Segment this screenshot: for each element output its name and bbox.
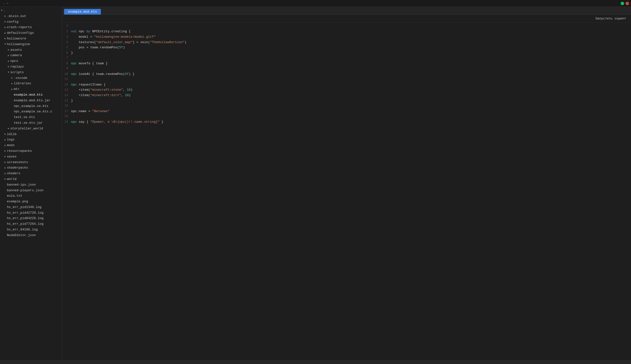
file-tree-sidebar[interactable]: ▼.▶.mixin.out▶config▶crash-reports▶defau… [0, 7, 62, 360]
sidebar-item-example-mod-kts[interactable]: example.mod.kts [0, 92, 62, 98]
sidebar-item-mods[interactable]: ▶mods [0, 143, 62, 148]
line-content: npc.name = "Виталик" [71, 109, 631, 114]
sidebar-item-example-png[interactable]: example.png [0, 199, 62, 204]
tree-arrow-icon: ▶ [4, 26, 7, 30]
token-plain: npc.name = [71, 110, 92, 113]
run-script-button[interactable]: Запустить скрипт [593, 16, 628, 21]
token-num: 5f [125, 72, 129, 76]
sidebar-item-world[interactable]: ▶world [0, 176, 62, 182]
sidebar-item-shaders[interactable]: ▶shaders [0, 171, 62, 176]
token-str: "Привет, я \$\{npc()!!.name.string}" [90, 120, 160, 124]
sidebar-item-banned-ips[interactable]: banned-ips.json [0, 182, 62, 188]
line-content: +item("minecraft:stone", 10) [71, 87, 631, 92]
tree-arrow-icon: ▶ [4, 20, 7, 24]
sidebar-item-example-mod-kts-jar[interactable]: example.mod.kts.jar [0, 98, 62, 104]
line-content: npc say { "Привет, я \$\{npc()!!.name.st… [71, 119, 631, 124]
tree-arrow-icon: ▶ [10, 76, 14, 80]
tree-arrow-icon: ▶ [7, 48, 10, 52]
sidebar-item-scripts[interactable]: ▼scripts [0, 70, 62, 76]
code-editor[interactable]: 12val npc by NPCEntity.creating {3 model… [62, 23, 631, 360]
sidebar-item-nodeeditor[interactable]: NodeEditor.json [0, 233, 62, 238]
window-controls [621, 2, 629, 5]
sidebar-item-mtr[interactable]: ▶mtr [0, 86, 62, 92]
sidebar-item-eula[interactable]: eula.txt [0, 193, 62, 199]
token-str: "hollowengine:models/model.gltf" [94, 35, 156, 39]
line-number: 7 [62, 56, 71, 61]
sidebar-item-defaultconfigs[interactable]: ▶defaultconfigs [0, 30, 62, 36]
top-bar-label: . — [3, 2, 9, 5]
tree-item-label: screenshots [7, 160, 28, 165]
line-number: 14 [62, 93, 71, 98]
code-line: 19npc say { "Привет, я \$\{npc()!!.name.… [62, 119, 631, 125]
sidebar-item-hs-err-1348[interactable]: hs_err_pid1348.log [0, 204, 62, 210]
sidebar-item-hs-err-42720[interactable]: hs_err_pid42720.log [0, 210, 62, 216]
line-number: 8 [62, 61, 71, 66]
code-line: 9 [62, 66, 631, 72]
tree-arrow-icon: ▼ [4, 42, 7, 46]
token-kw-npc: npc [71, 62, 77, 65]
close-button[interactable] [625, 2, 629, 5]
sidebar-item-assets[interactable]: ▶assets [0, 47, 62, 53]
tree-arrow-icon: ▶ [7, 60, 10, 63]
line-number: 4 [62, 40, 71, 45]
sidebar-item-logs[interactable]: ▶logs [0, 137, 62, 143]
line-number: 10 [62, 72, 71, 77]
token-plain: } [71, 99, 73, 102]
code-line: 4 textures["default_color_map"] = skin("… [62, 40, 631, 45]
sidebar-item-hollowengine[interactable]: ▼hollowengine [0, 42, 62, 47]
sidebar-item-crash-reports[interactable]: ▶crash-reports [0, 25, 62, 30]
sidebar-item-test-se-kts[interactable]: test.se.kts [0, 114, 62, 120]
maximize-button[interactable] [621, 2, 624, 5]
line-number: 17 [62, 109, 71, 114]
sidebar-item-npc-example-se-kts[interactable]: npc_example.se.kts [0, 104, 62, 109]
sidebar-item-shaderpacks[interactable]: ▶shaderpacks [0, 165, 62, 171]
tab-example-mod-kts[interactable]: example.mod.kts [64, 9, 101, 14]
main-layout: ▼.▶.mixin.out▶config▶crash-reports▶defau… [0, 7, 631, 360]
token-num: 5f [119, 46, 123, 49]
tree-arrow-icon: ▼ [0, 9, 4, 12]
sidebar-item-npc-example-se-kts-c[interactable]: npc_example.se.kts.c [0, 109, 62, 114]
line-number: 6 [62, 51, 71, 56]
line-content: npc requestItems { [71, 82, 631, 87]
line-number: 5 [62, 45, 71, 50]
tree-item-label: . [4, 8, 6, 13]
code-line: 11 [62, 77, 631, 82]
sidebar-item-replays[interactable]: ▶replays [0, 64, 62, 70]
tree-item-label: shaderpacks [7, 165, 28, 170]
token-plain: ) [123, 46, 125, 49]
sidebar-item-test-se-kts-jar[interactable]: test.se.kts.jar [0, 120, 62, 126]
sidebar-item-root[interactable]: ▼. [0, 8, 62, 14]
sidebar-item-mixin-out[interactable]: ▶.mixin.out [0, 14, 62, 19]
sidebar-item-config[interactable]: ▶config [0, 19, 62, 25]
sidebar-item-hs-err-64228[interactable]: hs_err_pid64228.log [0, 216, 62, 221]
tab-bar: example.mod.kts [62, 7, 631, 15]
sidebar-item-camera[interactable]: ▶camera [0, 53, 62, 58]
line-content: textures["default_color_map"] = skin("Th… [71, 40, 631, 45]
sidebar-item-hs-err-77264[interactable]: hs_err_pid77264.log [0, 221, 62, 227]
sidebar-item-npcs[interactable]: ▶npcs [0, 58, 62, 64]
line-content: val npc by NPCEntity.creating { [71, 29, 631, 34]
sidebar-item-ldlib[interactable]: ▶ldlib [0, 132, 62, 137]
tree-arrow-icon: ▶ [10, 82, 14, 86]
tree-item-label: hs_err_pid1348.log [7, 205, 42, 210]
sidebar-item-libraries[interactable]: ▶libraries [0, 81, 62, 86]
sidebar-item-banned-players[interactable]: banned-players.json [0, 188, 62, 194]
bottom-scrollbar[interactable] [0, 360, 631, 364]
sidebar-item-hollowcore[interactable]: ▶hollowcore [0, 36, 62, 42]
code-line: 7 [62, 56, 631, 61]
tree-item-label: .vscode [14, 76, 27, 81]
token-plain: } [71, 51, 73, 55]
sidebar-item-storyteller-world[interactable]: ▶storyteller_world [0, 126, 62, 132]
token-kw: val [71, 30, 77, 33]
sidebar-item-resourcepacks[interactable]: ▶resourcepacks [0, 148, 62, 154]
tree-arrow-icon: ▶ [4, 172, 7, 176]
tree-item-label: hs_err_84196.log [7, 227, 38, 232]
sidebar-item-vscode[interactable]: ▶.vscode [0, 76, 62, 81]
sidebar-item-saves[interactable]: ▶saves [0, 154, 62, 160]
sidebar-item-screenshots[interactable]: ▶screenshots [0, 160, 62, 165]
tree-arrow-icon: ▶ [7, 127, 10, 130]
tree-item-label: npc_example.se.kts.c [14, 109, 52, 114]
sidebar-item-hs-err-84196[interactable]: hs_err_84196.log [0, 227, 62, 233]
code-line: 3 model = "hollowengine:models/model.glt… [62, 34, 631, 40]
tree-item-label: ldlib [7, 132, 17, 137]
